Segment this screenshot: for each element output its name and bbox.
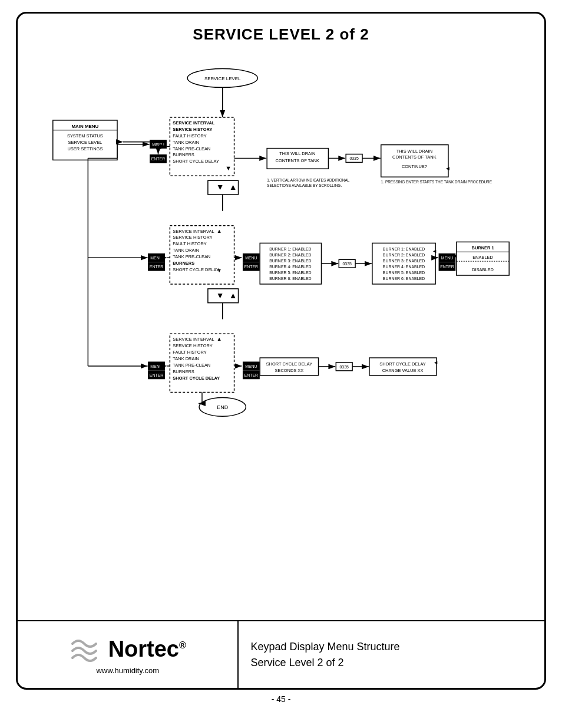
svg-text:◄: ◄ [452, 253, 458, 259]
svg-text:MENU: MENU [150, 256, 162, 260]
nortec-name: Nortec® [108, 637, 186, 661]
svg-text:BURNER 6: ENABLED: BURNER 6: ENABLED [269, 276, 311, 281]
nortec-waves-svg [70, 634, 105, 664]
svg-text:MAIN MENU: MAIN MENU [71, 124, 98, 129]
svg-text:CHANGE VALUE    XX: CHANGE VALUE XX [382, 368, 424, 373]
svg-text:ENTER: ENTER [151, 157, 166, 161]
nortec-url: www.humidity.com [96, 666, 159, 675]
svg-text:FAULT HISTORY: FAULT HISTORY [173, 350, 206, 355]
svg-text:BURNERS: BURNERS [173, 152, 194, 157]
svg-text:THIS WILL DRAIN: THIS WILL DRAIN [396, 149, 432, 154]
svg-text:BURNER 3: ENABLED: BURNER 3: ENABLED [383, 259, 425, 263]
svg-text:SERVICE INTERVAL: SERVICE INTERVAL [173, 229, 214, 234]
svg-text:ENABLED: ENABLED [472, 255, 493, 260]
svg-text:▼: ▼ [217, 268, 222, 274]
svg-text:SERVICE INTERVAL: SERVICE INTERVAL [173, 120, 215, 126]
svg-text:CONTENTS OF TANK: CONTENTS OF TANK [276, 158, 320, 163]
svg-text:BURNER 6: ENABLED: BURNER 6: ENABLED [383, 276, 425, 281]
svg-text:MENU: MENU [152, 143, 164, 147]
svg-text:▲: ▲ [217, 228, 222, 234]
svg-text:END: END [217, 404, 228, 410]
svg-text:BURNER 1: ENABLED: BURNER 1: ENABLED [269, 247, 311, 251]
svg-text:SERVICE HISTORY: SERVICE HISTORY [173, 235, 212, 240]
svg-text:◄: ◄ [445, 165, 451, 172]
diagram-svg: SERVICE LEVEL MAIN MENU SYSTEM STATUS SE… [35, 54, 527, 502]
svg-text:BURNER 2: ENABLED: BURNER 2: ENABLED [383, 253, 425, 257]
svg-text:SERVICE HISTORY: SERVICE HISTORY [173, 127, 212, 132]
svg-text:THIS WILL DRAIN: THIS WILL DRAIN [279, 151, 315, 157]
svg-text:▼: ▼ [216, 291, 224, 300]
svg-text:BURNER 1: ENABLED: BURNER 1: ENABLED [383, 247, 425, 251]
svg-text:SERVICE HISTORY: SERVICE HISTORY [173, 343, 212, 348]
svg-text:ENTER: ENTER [440, 265, 454, 269]
svg-text:▲: ▲ [229, 291, 237, 300]
svg-text:DISABLED: DISABLED [472, 267, 494, 272]
svg-text:MENU: MENU [245, 364, 257, 368]
svg-text:BURNER 5: ENABLED: BURNER 5: ENABLED [269, 271, 311, 275]
outer-border: SERVICE LEVEL 2 of 2 SERVICE LEVEL [16, 12, 546, 690]
svg-text:ENTER: ENTER [150, 373, 164, 377]
svg-text:TANK DRAIN: TANK DRAIN [173, 248, 199, 253]
svg-text:SHORT CYCLE DELAY: SHORT CYCLE DELAY [379, 361, 426, 367]
svg-text:ENTER: ENTER [150, 265, 164, 269]
diagram-area: SERVICE LEVEL MAIN MENU SYSTEM STATUS SE… [35, 54, 527, 502]
svg-text:▼: ▼ [216, 182, 224, 192]
svg-text:◄: ◄ [433, 360, 438, 365]
svg-text:▲: ▲ [229, 182, 237, 192]
footer-logo: Nortec® www.humidity.com [18, 621, 239, 688]
svg-text:TANK PRE-CLEAN: TANK PRE-CLEAN [173, 363, 210, 368]
page-number: - 45 - [272, 694, 291, 704]
page-title: SERVICE LEVEL 2 of 2 [35, 25, 527, 44]
svg-text:USER SETTINGS: USER SETTINGS [67, 146, 103, 151]
svg-text:1. PRESSING ENTER STARTS THE T: 1. PRESSING ENTER STARTS THE TANK DRAIN … [381, 180, 492, 184]
svg-text:TANK PRE-CLEAN: TANK PRE-CLEAN [173, 254, 210, 259]
svg-text:BURNER 4: ENABLED: BURNER 4: ENABLED [269, 265, 311, 269]
footer-line2: Service Level 2 of 2 [250, 655, 533, 671]
footer-description: Keypad Display Menu Structure Service Le… [239, 621, 544, 688]
svg-text:BURNER 1: BURNER 1 [472, 245, 494, 251]
svg-text:SERVICE INTERVAL: SERVICE INTERVAL [173, 337, 214, 342]
svg-text:▲: ▲ [217, 336, 222, 342]
svg-text:TANK PRE-CLEAN: TANK PRE-CLEAN [173, 146, 210, 151]
svg-text:TANK DRAIN: TANK DRAIN [173, 140, 199, 145]
main-content: SERVICE LEVEL 2 of 2 SERVICE LEVEL [18, 14, 544, 620]
svg-text:SHORT CYCLE DELAY: SHORT CYCLE DELAY [173, 159, 219, 164]
svg-text:BURNER 3: ENABLED: BURNER 3: ENABLED [269, 259, 311, 263]
svg-text:0335: 0335 [340, 365, 349, 369]
svg-text:SHORT CYCLE DELAY: SHORT CYCLE DELAY [173, 267, 219, 272]
svg-text:ENTER: ENTER [244, 373, 259, 377]
svg-text:FAULT HISTORY: FAULT HISTORY [173, 133, 206, 139]
svg-text:SECONDS XX: SECONDS XX [275, 368, 304, 373]
svg-text:SERVICE LEVEL: SERVICE LEVEL [68, 140, 103, 145]
svg-text:CONTENTS OF TANK: CONTENTS OF TANK [392, 154, 437, 160]
svg-text:SHORT CYCLE DELAY: SHORT CYCLE DELAY [266, 361, 313, 367]
svg-text:TANK DRAIN: TANK DRAIN [173, 356, 199, 361]
svg-text:0335: 0335 [349, 156, 359, 160]
svg-text:SHORT CYCLE DELAY: SHORT CYCLE DELAY [173, 375, 220, 381]
svg-text:BURNER 2: ENABLED: BURNER 2: ENABLED [269, 253, 311, 257]
svg-text:◄: ◄ [432, 248, 437, 254]
svg-text:BURNERS: BURNERS [173, 261, 194, 266]
footer: Nortec® www.humidity.com Keypad Display … [18, 620, 544, 688]
svg-text:FAULT HISTORY: FAULT HISTORY [173, 241, 206, 246]
svg-text:BURNER 5: ENABLED: BURNER 5: ENABLED [383, 271, 425, 275]
svg-text:▼: ▼ [225, 164, 232, 172]
svg-text:SYSTEM STATUS: SYSTEM STATUS [67, 133, 103, 139]
svg-text:0335: 0335 [342, 262, 352, 266]
svg-text:BURNER 4: ENABLED: BURNER 4: ENABLED [383, 265, 425, 269]
nortec-brand: Nortec® [108, 637, 186, 662]
svg-text:1. VERTICAL ARROW INDICATES AD: 1. VERTICAL ARROW INDICATES ADDITIONAL [267, 178, 350, 182]
svg-text:MENU: MENU [150, 364, 162, 368]
svg-text:MENU: MENU [245, 256, 257, 260]
svg-text:MENU: MENU [441, 256, 453, 260]
nortec-logo: Nortec® [70, 634, 186, 664]
svg-text:ENTER: ENTER [244, 265, 259, 269]
svg-text:SERVICE LEVEL: SERVICE LEVEL [204, 76, 241, 81]
footer-line1: Keypad Display Menu Structure [250, 639, 533, 655]
svg-text:BURNERS: BURNERS [173, 369, 194, 374]
svg-text:SELECTIONS AVAILABLE BY SCROLL: SELECTIONS AVAILABLE BY SCROLLING. [267, 183, 342, 187]
svg-text:CONTINUE?: CONTINUE? [402, 164, 427, 169]
